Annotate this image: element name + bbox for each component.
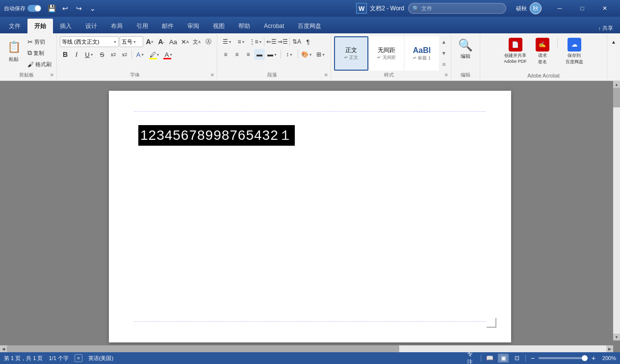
clear-format-button[interactable]: ✕A [180, 36, 190, 47]
web-layout-button[interactable]: ⊡ [512, 354, 522, 363]
border-button[interactable]: ⊞ ▼ [314, 49, 328, 60]
tab-insert[interactable]: 插入 [53, 19, 78, 33]
scroll-track-h[interactable] [7, 345, 606, 352]
cut-button[interactable]: ✂ 剪切 [26, 36, 53, 47]
align-right-button[interactable]: ≡ [243, 49, 254, 60]
save-baidu-button[interactable]: ☁ 保存到百度网盘 [563, 36, 586, 67]
tab-file[interactable]: 文件 [2, 19, 27, 33]
style-no-spacing[interactable]: 无间距 ↵ 无间距 [369, 36, 404, 71]
tab-view[interactable]: 视图 [206, 19, 232, 33]
font-family-select[interactable]: 等线 (西文正文) ▼ [60, 36, 119, 47]
user-avatar[interactable]: 秋 [530, 2, 542, 14]
font-size-select[interactable]: 五号 ▼ [120, 36, 143, 47]
tab-layout[interactable]: 布局 [104, 19, 129, 33]
more-icon-btn[interactable]: ⌄ [87, 3, 98, 14]
create-pdf-button[interactable]: 📄 创建并共享Adobe PDF [501, 36, 530, 67]
style-normal[interactable]: 正文 ↵ 正文 [334, 36, 368, 71]
zoom-in-button[interactable]: + [590, 354, 597, 362]
multilevel-list-button[interactable]: ⋮≡ ▼ [249, 36, 262, 47]
maximize-button[interactable]: □ [571, 0, 594, 17]
document-page[interactable]: 12345678998765432１ [109, 91, 511, 342]
share-button[interactable]: ↑ 共享 [595, 23, 617, 33]
paste-button[interactable]: 📋 粘贴 [3, 36, 25, 65]
scroll-left-arrow[interactable]: ◀ [0, 345, 7, 352]
tab-baidu[interactable]: 百度网盘 [291, 19, 328, 33]
word-count-icon[interactable]: ≡ [75, 354, 82, 362]
styles-scroll-up[interactable]: ▲ [440, 36, 448, 47]
sort-button[interactable]: ⇅A [291, 36, 302, 47]
paragraph-expand-icon[interactable]: ⧆ [325, 72, 328, 78]
phonetic-button[interactable]: 文A [191, 36, 202, 47]
tab-design[interactable]: 设计 [78, 19, 104, 33]
scroll-track-v[interactable] [613, 88, 620, 334]
tab-acrobat[interactable]: Acrobat [257, 19, 291, 33]
font-color-button[interactable]: A ▼ [162, 49, 176, 60]
scroll-up-arrow[interactable]: ▲ [613, 81, 620, 88]
justify-button[interactable]: ▬ [254, 49, 265, 60]
align-left-button[interactable]: ≡ [220, 49, 231, 60]
underline-dropdown: ▼ [90, 53, 94, 56]
search-box[interactable]: 🔍 文件 [408, 3, 506, 14]
ordered-list-button[interactable]: ≡ ▼ [234, 36, 248, 47]
increase-indent-icon: ⇒☰ [278, 38, 288, 45]
selected-text[interactable]: 12345678998765432１ [138, 125, 295, 146]
copy-button[interactable]: ⧉ 复制 [26, 48, 53, 58]
highlight-color-bar [149, 58, 157, 59]
tab-home[interactable]: 开始 [27, 19, 53, 33]
tab-references[interactable]: 引用 [129, 19, 155, 33]
font-group-label: 字体 [60, 72, 210, 78]
scroll-right-arrow[interactable]: ▶ [606, 345, 613, 352]
scroll-down-arrow[interactable]: ▼ [613, 334, 620, 340]
ribbon-collapse-button[interactable]: ▲ [608, 36, 619, 47]
scroll-thumb-v[interactable] [613, 88, 620, 107]
styles-scroll-down[interactable]: ▼ [440, 48, 448, 58]
font-size-dropdown-arrow: ▼ [133, 40, 136, 44]
change-case-button[interactable]: Aa [168, 36, 179, 47]
show-marks-button[interactable]: ¶ [303, 36, 313, 47]
italic-button[interactable]: I [71, 49, 82, 60]
align-center-button[interactable]: ≡ [232, 49, 242, 60]
edit-search-button[interactable]: 🔍 编辑 [454, 36, 477, 62]
tab-review[interactable]: 审阅 [181, 19, 206, 33]
highlight-dropdown: ▼ [156, 53, 160, 56]
bold-button[interactable]: B [60, 49, 71, 60]
undo-icon-btn[interactable]: ↩ [60, 3, 71, 14]
zoom-thumb[interactable] [582, 355, 588, 361]
unordered-list-button[interactable]: ☰ ▼ [220, 36, 234, 47]
line-spacing-button[interactable]: ↕ ▼ [283, 49, 296, 60]
style-heading1[interactable]: AaBl ↵ 标题 1 [405, 36, 439, 71]
zoom-track[interactable] [539, 357, 588, 359]
shading-button[interactable]: 🎨 ▼ [300, 49, 313, 60]
strikethrough-button[interactable]: S [97, 49, 107, 60]
styles-expand-icon[interactable]: ⧆ [445, 72, 448, 78]
focus-mode-button[interactable]: 专注 [467, 354, 478, 363]
underline-button[interactable]: U ▼ [82, 49, 96, 60]
request-sign-button[interactable]: ✍ 请求签名 [533, 36, 552, 67]
styles-expand[interactable]: ⧆ [440, 59, 448, 70]
clipboard-expand-icon[interactable]: ⧆ [51, 72, 53, 78]
autosave-toggle[interactable] [27, 5, 41, 12]
subscript-button[interactable]: x2 [108, 49, 119, 60]
redo-icon-btn[interactable]: ↪ [74, 3, 84, 14]
print-layout-button[interactable]: ▣ [498, 354, 509, 363]
zoom-out-button[interactable]: − [529, 354, 537, 362]
minimize-button[interactable]: ─ [548, 0, 571, 17]
superscript-button[interactable]: x2 [119, 49, 130, 60]
justify-icon: ▬ [257, 51, 262, 58]
text-effect-button[interactable]: A ▼ [133, 49, 147, 60]
decrease-indent-button[interactable]: ⇐☰ [266, 36, 277, 47]
distributed-button[interactable]: ▬ ▼ [265, 49, 279, 60]
border-char-button[interactable]: Ⓐ [203, 36, 214, 47]
font-size-decrease-button[interactable]: A- [156, 36, 167, 47]
increase-indent-button[interactable]: ⇒☰ [277, 36, 288, 47]
tab-mailings[interactable]: 邮件 [155, 19, 181, 33]
format-painter-button[interactable]: 🖌 格式刷 [26, 59, 53, 70]
scroll-thumb-h[interactable] [7, 345, 399, 352]
close-button[interactable]: ✕ [594, 0, 616, 17]
read-mode-button[interactable]: 📖 [484, 354, 495, 363]
highlight-button[interactable]: 🖊 ▼ [148, 49, 161, 60]
font-expand-icon[interactable]: ⧆ [211, 72, 214, 78]
font-size-increase-button[interactable]: A+ [144, 36, 155, 47]
save-icon-btn[interactable]: 💾 [46, 3, 57, 14]
tab-help[interactable]: 帮助 [232, 19, 257, 33]
